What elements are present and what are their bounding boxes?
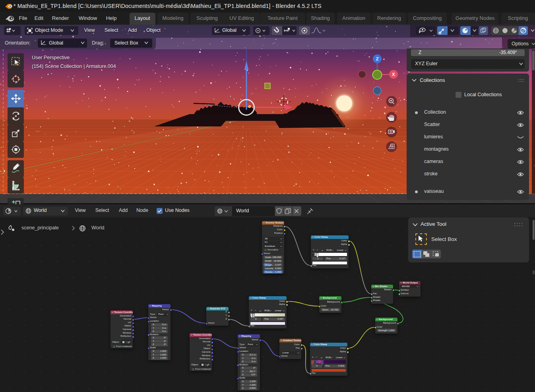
svg-text:Z: Z <box>376 56 379 61</box>
svg-text:X: X <box>392 72 395 77</box>
